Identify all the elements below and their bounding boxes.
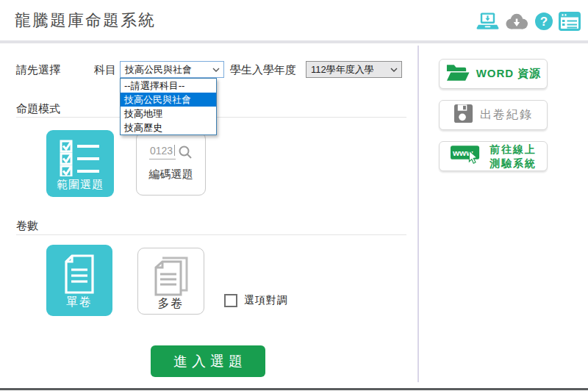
range-select-button[interactable]: 範圍選題 xyxy=(46,130,114,197)
cloud-download-icon[interactable] xyxy=(504,12,529,30)
single-document-icon xyxy=(63,253,96,295)
enroll-year-select[interactable]: 112學年度入學 xyxy=(306,61,402,78)
svg-text:?: ? xyxy=(540,15,548,29)
checklist-icon xyxy=(60,137,101,178)
single-paper-button[interactable]: 單卷 xyxy=(46,245,112,316)
mode-section-title: 命題模式 xyxy=(16,102,60,116)
exam-list-icon[interactable] xyxy=(559,12,581,31)
subject-dropdown-list: --請選擇科目-- 技高公民與社會 技高地理 技高歷史 xyxy=(120,78,217,135)
exam-record-label: 出卷紀錄 xyxy=(480,107,533,123)
subject-select[interactable]: 技高公民與社會 xyxy=(120,61,224,78)
code-select-button[interactable]: 0123 編碼選題 xyxy=(136,132,206,196)
word-resource-label: WORD 資源 xyxy=(476,67,542,81)
subject-select-value: 技高公民與社會 xyxy=(125,63,192,76)
bottom-border xyxy=(0,388,588,390)
header-divider xyxy=(0,40,588,43)
exam-record-button[interactable]: 出卷紀錄 xyxy=(439,100,548,130)
code-sample-text: 0123 xyxy=(150,145,173,157)
enroll-year-select-value: 112學年度入學 xyxy=(311,63,374,76)
word-resource-button[interactable]: WORD 資源 xyxy=(439,59,548,89)
header-toolbar: ? xyxy=(476,12,581,31)
chevron-down-icon xyxy=(212,68,220,72)
code-search-icon: 0123 xyxy=(149,145,193,159)
swap-options-checkbox[interactable] xyxy=(224,294,237,307)
magnifier-icon xyxy=(178,145,193,159)
help-icon[interactable]: ? xyxy=(534,12,553,31)
multi-paper-label: 多卷 xyxy=(158,296,184,312)
swap-options-row[interactable]: 選項對調 xyxy=(224,294,288,307)
app-window: 龍騰題庫命題系統 ? xyxy=(0,0,588,391)
range-select-label: 範圍選題 xyxy=(57,178,104,192)
online-test-button[interactable]: www 前往線上 測驗系統 xyxy=(439,141,548,171)
dropdown-option-history[interactable]: 技高歷史 xyxy=(121,121,216,134)
online-test-label: 前往線上 測驗系統 xyxy=(490,143,537,169)
swap-options-label: 選項對調 xyxy=(244,294,288,307)
dropdown-option-placeholder[interactable]: --請選擇科目-- xyxy=(121,79,216,93)
www-browser-icon: www xyxy=(450,144,483,169)
open-folder-icon xyxy=(445,63,470,85)
code-select-label: 編碼選題 xyxy=(149,168,193,182)
dropdown-option-civics[interactable]: 技高公民與社會 xyxy=(121,93,216,107)
chevron-down-icon xyxy=(390,68,398,72)
dropdown-option-geography[interactable]: 技高地理 xyxy=(121,107,216,121)
laptop-download-icon[interactable] xyxy=(476,12,499,31)
multi-paper-button[interactable]: 多卷 xyxy=(137,248,204,315)
select-first-label: 請先選擇 xyxy=(16,63,60,77)
paper-section-title: 卷數 xyxy=(16,219,38,233)
page-title: 龍騰題庫命題系統 xyxy=(15,10,156,32)
section-divider xyxy=(16,234,406,235)
single-paper-label: 單卷 xyxy=(66,295,93,310)
vertical-divider xyxy=(417,46,419,382)
floppy-disk-icon xyxy=(453,104,473,126)
enter-selection-button[interactable]: 進入選題 xyxy=(151,345,265,377)
enroll-year-label: 學生入學年度 xyxy=(230,63,296,77)
subject-label: 科目 xyxy=(94,63,116,77)
stacked-documents-icon xyxy=(152,255,190,296)
